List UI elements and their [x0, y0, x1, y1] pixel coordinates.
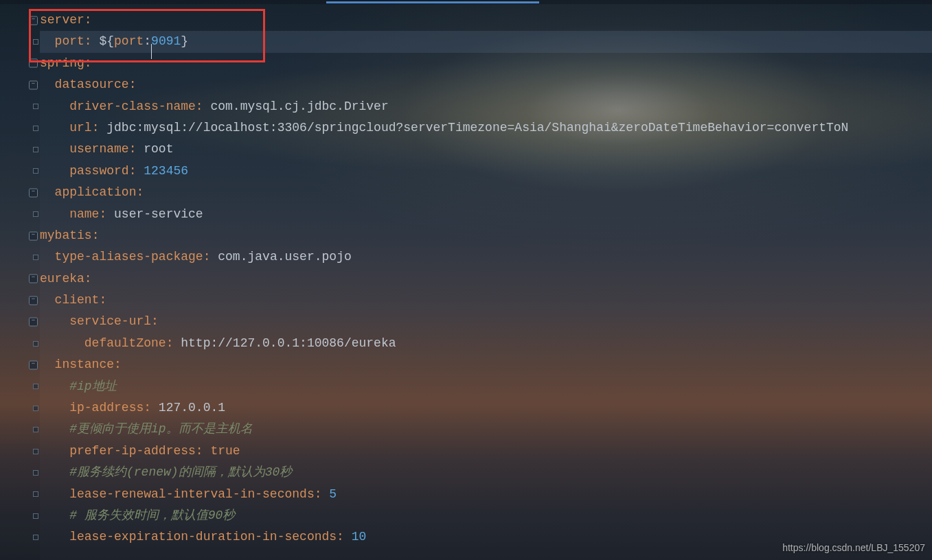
gutter-marker: [33, 427, 38, 432]
line-content: #服务续约(renew)的间隔，默认为30秒: [40, 465, 292, 479]
line-content: prefer-ip-address: true: [40, 444, 240, 458]
gutter-marker: [33, 126, 38, 131]
code-line[interactable]: instance:: [40, 354, 932, 375]
line-content: password: 123456: [40, 164, 188, 178]
code-area[interactable]: server: port: ${port:9091}spring: dataso…: [40, 0, 932, 560]
line-content: port: ${port:9091}: [40, 34, 188, 48]
watermark-text: https://blog.csdn.net/LBJ_155207: [782, 542, 925, 553]
code-line[interactable]: client:: [40, 290, 932, 311]
fold-toggle-icon[interactable]: [29, 80, 38, 89]
code-line[interactable]: url: jdbc:mysql://localhost:3306/springc…: [40, 117, 932, 139]
gutter-marker: [33, 104, 38, 109]
line-content: lease-renewal-interval-in-seconds: 5: [40, 487, 337, 501]
line-content: server:: [40, 13, 92, 27]
line-content: username: root: [40, 142, 173, 156]
line-content: eureka:: [40, 272, 92, 285]
code-line[interactable]: ip-address: 127.0.0.1: [40, 397, 932, 419]
code-line[interactable]: eureka:: [40, 268, 932, 290]
line-content: application:: [40, 185, 144, 199]
code-line[interactable]: username: root: [40, 139, 932, 160]
code-line[interactable]: # 服务失效时间，默认值90秒: [40, 505, 932, 526]
code-line[interactable]: #ip地址: [40, 376, 932, 397]
line-content: #更倾向于使用ip。而不是主机名: [40, 422, 253, 436]
line-content: datasource:: [40, 78, 136, 91]
line-content: driver-class-name: com.mysql.cj.jdbc.Dri…: [40, 100, 389, 113]
code-line[interactable]: mybatis:: [40, 225, 932, 246]
code-line[interactable]: password: 123456: [40, 161, 932, 182]
line-content: type-aliases-package: com.java.user.pojo: [40, 250, 352, 264]
line-content: lease-expiration-duration-in-seconds: 10: [40, 530, 366, 544]
code-line[interactable]: lease-renewal-interval-in-seconds: 5: [40, 484, 932, 505]
line-content: client:: [40, 293, 106, 307]
line-content: defaultZone: http://127.0.0.1:10086/eure…: [40, 336, 396, 350]
code-line[interactable]: prefer-ip-address: true: [40, 441, 932, 462]
gutter-marker: [33, 449, 38, 454]
fold-toggle-icon[interactable]: [29, 188, 38, 197]
gutter-marker: [33, 255, 38, 260]
line-content: instance:: [40, 358, 122, 371]
code-line[interactable]: service-url:: [40, 311, 932, 332]
line-content: service-url:: [40, 314, 159, 328]
gutter-marker: [33, 491, 38, 497]
code-line[interactable]: driver-class-name: com.mysql.cj.jdbc.Dri…: [40, 96, 932, 117]
gutter-marker: [33, 39, 38, 45]
line-content: mybatis:: [40, 229, 99, 242]
code-line[interactable]: #更倾向于使用ip。而不是主机名: [40, 419, 932, 440]
gutter-marker: [33, 513, 38, 519]
fold-toggle-icon[interactable]: [29, 318, 38, 327]
fold-toggle-icon[interactable]: [29, 59, 38, 68]
code-line[interactable]: datasource:: [40, 74, 932, 95]
gutter-marker: [33, 147, 38, 152]
code-line[interactable]: name: user-service: [40, 204, 932, 225]
code-line[interactable]: defaultZone: http://127.0.0.1:10086/eure…: [40, 333, 932, 354]
line-content: name: user-service: [40, 207, 203, 221]
line-content: spring:: [40, 56, 92, 70]
line-content: url: jdbc:mysql://localhost:3306/springc…: [40, 121, 848, 135]
gutter-marker: [33, 470, 38, 476]
code-line[interactable]: server:: [40, 10, 932, 31]
gutter-marker: [33, 384, 38, 389]
gutter-marker: [33, 211, 38, 217]
code-line[interactable]: spring:: [40, 53, 932, 74]
gutter-marker: [33, 341, 38, 347]
code-editor[interactable]: server: port: ${port:9091}spring: dataso…: [0, 0, 932, 560]
gutter-marker: [33, 168, 38, 174]
gutter-marker: [33, 535, 38, 540]
code-line[interactable]: type-aliases-package: com.java.user.pojo: [40, 246, 932, 268]
code-line[interactable]: #服务续约(renew)的间隔，默认为30秒: [40, 462, 932, 483]
line-content: #ip地址: [40, 380, 117, 393]
fold-toggle-icon[interactable]: [29, 275, 38, 283]
code-line[interactable]: port: ${port:9091}: [40, 31, 932, 52]
code-line[interactable]: application:: [40, 182, 932, 203]
fold-toggle-icon[interactable]: [29, 360, 38, 369]
line-content: # 服务失效时间，默认值90秒: [40, 509, 235, 522]
fold-toggle-icon[interactable]: [29, 231, 38, 240]
fold-toggle-icon[interactable]: [29, 16, 38, 25]
active-tab-indicator: [326, 1, 539, 3]
fold-toggle-icon[interactable]: [29, 296, 38, 305]
line-content: ip-address: 127.0.0.1: [40, 401, 225, 415]
gutter-marker: [33, 406, 38, 411]
